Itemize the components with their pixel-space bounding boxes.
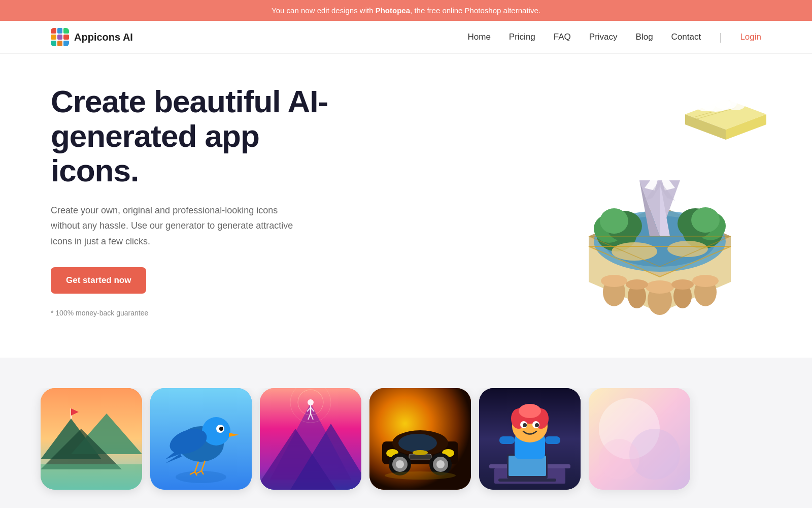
svg-point-81 (398, 434, 437, 452)
nav-link-privacy[interactable]: Privacy (589, 32, 618, 42)
svg-point-29 (657, 158, 678, 172)
hero-description: Create your own, original and profession… (51, 203, 294, 249)
character-icon-svg (479, 388, 581, 490)
hero-title: Create beautiful AI-generated app icons. (51, 84, 335, 188)
get-started-button[interactable]: Get started now (51, 267, 146, 294)
svg-point-92 (385, 471, 456, 480)
nav-link-pricing[interactable]: Pricing (509, 32, 535, 42)
peak-icon-svg (260, 388, 361, 490)
abstract-icon-svg (589, 388, 690, 490)
bird-icon-svg (150, 388, 252, 490)
logo-cell-7 (51, 41, 56, 46)
svg-point-41 (692, 275, 719, 287)
svg-point-91 (436, 460, 445, 468)
banner-text-before: You can now edit designs with (272, 6, 376, 15)
hero-visual (538, 89, 782, 323)
nav-link-contact[interactable]: Contact (671, 32, 701, 42)
svg-point-107 (523, 423, 527, 427)
car-icon-svg (369, 388, 471, 490)
mountain-icon-svg (41, 388, 142, 490)
svg-rect-48 (41, 464, 142, 490)
svg-point-40 (646, 280, 674, 294)
nav-logo[interactable]: Appicons AI (51, 28, 133, 46)
hero-section: Create beautiful AI-generated app icons.… (0, 54, 812, 358)
banner-text-after: , the free online Photoshop alternative. (410, 6, 540, 15)
logo-cell-8 (57, 41, 63, 46)
logo-cell-6 (63, 35, 69, 40)
svg-point-39 (601, 275, 627, 287)
svg-point-21 (691, 207, 720, 233)
logo-cell-2 (57, 28, 63, 34)
logo-cell-3 (63, 28, 69, 34)
gallery-section (0, 358, 812, 508)
svg-point-57 (219, 427, 223, 431)
logo-text: Appicons AI (74, 31, 133, 43)
svg-point-43 (671, 279, 694, 290)
gallery-item-character[interactable] (479, 388, 581, 490)
hero-content: Create beautiful AI-generated app icons.… (51, 84, 335, 317)
nav-links: Home Pricing FAQ Privacy Blog Contact | … (467, 31, 761, 43)
svg-rect-109 (499, 436, 515, 444)
gallery-item-peak[interactable] (260, 388, 361, 490)
gallery-strip (0, 388, 812, 508)
logo-cell-4 (51, 35, 56, 40)
svg-point-42 (626, 279, 648, 290)
svg-point-88 (396, 460, 404, 468)
logo-cell-1 (51, 28, 56, 34)
svg-point-8 (727, 100, 745, 110)
svg-point-53 (202, 417, 230, 446)
svg-point-108 (535, 423, 539, 427)
svg-rect-98 (498, 479, 556, 482)
svg-rect-110 (545, 436, 560, 444)
svg-point-59 (176, 471, 226, 483)
banner-highlight: Photopea (376, 6, 410, 15)
svg-point-85 (413, 450, 428, 455)
svg-point-104 (519, 404, 541, 418)
top-banner: You can now edit designs with Photopea, … (0, 0, 812, 21)
svg-point-70 (308, 399, 314, 405)
nav-divider: | (719, 31, 722, 43)
svg-point-6 (695, 99, 716, 111)
gallery-item-bird[interactable] (150, 388, 252, 490)
gallery-item-car[interactable] (369, 388, 471, 490)
gallery-item-abstract[interactable] (589, 388, 690, 490)
navbar: Appicons AI Home Pricing FAQ Privacy Blo… (0, 21, 812, 54)
svg-point-17 (600, 208, 628, 234)
svg-point-114 (599, 439, 639, 480)
nav-link-faq[interactable]: FAQ (554, 32, 571, 42)
svg-point-30 (612, 242, 657, 261)
guarantee-text: * 100% money-back guarantee (51, 309, 335, 317)
logo-icon (51, 28, 69, 46)
logo-cell-9 (63, 41, 69, 46)
nav-link-home[interactable]: Home (467, 32, 490, 42)
nav-link-blog[interactable]: Blog (636, 32, 653, 42)
nav-link-login[interactable]: Login (740, 32, 761, 42)
island-illustration (538, 89, 782, 323)
logo-cell-5 (57, 35, 63, 40)
gallery-item-mountain[interactable] (41, 388, 142, 490)
